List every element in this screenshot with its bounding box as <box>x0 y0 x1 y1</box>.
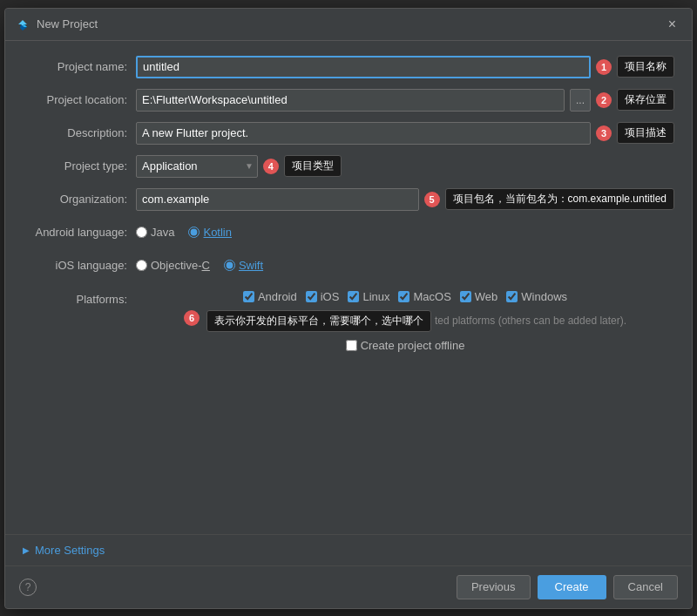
ios-objc-option[interactable]: Objective-C <box>136 259 210 272</box>
android-kotlin-radio[interactable] <box>188 227 200 238</box>
ios-objc-radio[interactable] <box>136 260 147 271</box>
close-button[interactable]: × <box>663 16 681 33</box>
description-label: Description: <box>23 126 136 139</box>
platforms-control: Android iOS Linux MacOS <box>136 290 674 352</box>
platforms-row: Platforms: Android iOS Linux <box>23 290 674 352</box>
description-row: Description: 3 项目描述 <box>23 121 674 146</box>
platform-web[interactable]: Web <box>460 290 498 303</box>
project-name-tooltip: 项目名称 <box>617 56 674 78</box>
description-badge: 3 <box>596 125 612 141</box>
description-tooltip: 项目描述 <box>617 122 674 144</box>
ios-swift-radio[interactable] <box>224 260 235 271</box>
linux-label: Linux <box>362 290 389 303</box>
organization-input[interactable] <box>136 188 419 211</box>
more-settings-chevron-icon: ▶ <box>23 545 30 555</box>
macos-checkbox[interactable] <box>398 291 409 302</box>
title-bar: New Project × <box>5 9 692 41</box>
project-name-row: Project name: 1 项目名称 <box>23 55 674 79</box>
android-java-label: Java <box>151 226 174 239</box>
platform-hint-overlay: 表示你开发的目标平台，需要哪个，选中哪个 <box>206 310 431 332</box>
project-name-label: Project name: <box>23 60 136 73</box>
windows-checkbox[interactable] <box>506 291 518 302</box>
project-location-badge: 2 <box>596 92 612 108</box>
project-name-badge: 1 <box>596 59 612 75</box>
cancel-button[interactable]: Cancel <box>613 575 678 599</box>
platform-hint-normal: ted platforms (others can be added later… <box>435 315 626 327</box>
platform-android[interactable]: Android <box>243 290 297 303</box>
organization-row: Organization: 5 项目包名，当前包名为：com.example.u… <box>23 187 674 212</box>
project-type-select-wrap: Application Plugin Package Module ▼ <box>136 155 258 178</box>
android-language-control: Java Kotlin <box>136 226 674 239</box>
ios-label: iOS <box>321 290 340 303</box>
svg-marker-0 <box>18 20 27 26</box>
ios-checkbox[interactable] <box>306 291 317 302</box>
platforms-hint-row: 6 表示你开发的目标平台，需要哪个，选中哪个 ted platforms (ot… <box>184 310 626 332</box>
flutter-icon <box>16 17 30 31</box>
ios-language-control: Objective-C Swift <box>136 259 674 272</box>
ios-language-row: iOS language: Objective-C Swift <box>23 254 674 278</box>
web-checkbox[interactable] <box>460 291 471 302</box>
ios-swift-label: Swift <box>239 259 263 272</box>
form-content: Project name: 1 项目名称 Project location: .… <box>5 41 692 534</box>
create-button[interactable]: Create <box>538 575 606 599</box>
ios-language-label: iOS language: <box>23 259 136 272</box>
platform-linux[interactable]: Linux <box>348 290 389 303</box>
macos-label: MacOS <box>413 290 450 303</box>
create-offline-label: Create project offline <box>361 339 465 352</box>
organization-control: 5 项目包名，当前包名为：com.example.untitled <box>136 188 674 211</box>
android-kotlin-option[interactable]: Kotlin <box>188 226 232 239</box>
linux-checkbox[interactable] <box>348 291 359 302</box>
bottom-bar: ? Previous Create Cancel <box>5 565 692 608</box>
browse-button[interactable]: ... <box>570 89 591 112</box>
organization-label: Organization: <box>23 193 136 206</box>
project-type-label: Project type: <box>23 159 136 173</box>
project-location-row: Project location: ... 2 保存位置 <box>23 88 674 112</box>
create-offline-row: Create project offline <box>346 339 465 352</box>
project-name-control: 1 项目名称 <box>136 56 674 78</box>
android-language-row: Android language: Java Kotlin <box>23 220 674 245</box>
platform-hint: 表示你开发的目标平台，需要哪个，选中哪个 ted platforms (othe… <box>206 310 626 332</box>
project-type-tooltip: 项目类型 <box>284 155 342 177</box>
action-buttons: Previous Create Cancel <box>457 575 678 599</box>
project-location-tooltip: 保存位置 <box>617 89 674 111</box>
dialog-title: New Project <box>37 17 98 30</box>
android-java-radio[interactable] <box>136 227 147 238</box>
help-button[interactable]: ? <box>19 579 37 596</box>
platforms-label: Platforms: <box>23 290 136 306</box>
project-location-control: ... 2 保存位置 <box>136 89 674 112</box>
project-location-label: Project location: <box>23 93 136 106</box>
project-type-select[interactable]: Application Plugin Package Module <box>137 158 241 174</box>
more-settings-label: More Settings <box>35 544 105 557</box>
windows-label: Windows <box>521 290 567 303</box>
android-kotlin-label: Kotlin <box>203 226 232 239</box>
web-label: Web <box>475 290 498 303</box>
project-type-row: Project type: Application Plugin Package… <box>23 154 674 179</box>
platform-windows[interactable]: Windows <box>506 290 567 303</box>
project-name-input[interactable] <box>136 56 591 78</box>
more-settings-section[interactable]: ▶ More Settings <box>5 534 692 565</box>
previous-button[interactable]: Previous <box>457 575 531 599</box>
project-type-control: Application Plugin Package Module ▼ 4 项目… <box>136 155 674 178</box>
new-project-dialog: New Project × Project name: 1 项目名称 Proje… <box>4 8 693 609</box>
organization-tooltip: 项目包名，当前包名为：com.example.untitled <box>445 188 674 210</box>
project-type-badge: 4 <box>263 159 279 174</box>
android-label: Android <box>258 290 297 303</box>
platform-hint-badge: 6 <box>184 310 200 326</box>
create-offline-checkbox[interactable] <box>346 340 357 351</box>
organization-badge: 5 <box>424 192 440 207</box>
android-checkbox[interactable] <box>243 291 254 302</box>
platform-macos[interactable]: MacOS <box>398 290 450 303</box>
ios-objc-label: Objective-C <box>151 259 210 272</box>
ios-swift-option[interactable]: Swift <box>224 259 263 272</box>
select-arrow-icon: ▼ <box>241 161 257 171</box>
platforms-checkboxes: Android iOS Linux MacOS <box>243 290 567 303</box>
android-java-option[interactable]: Java <box>136 226 174 239</box>
create-offline-option[interactable]: Create project offline <box>346 339 465 352</box>
description-input[interactable] <box>136 122 591 145</box>
platform-ios[interactable]: iOS <box>306 290 340 303</box>
android-language-label: Android language: <box>23 226 136 239</box>
description-control: 3 项目描述 <box>136 122 674 145</box>
project-location-input[interactable] <box>136 89 565 112</box>
